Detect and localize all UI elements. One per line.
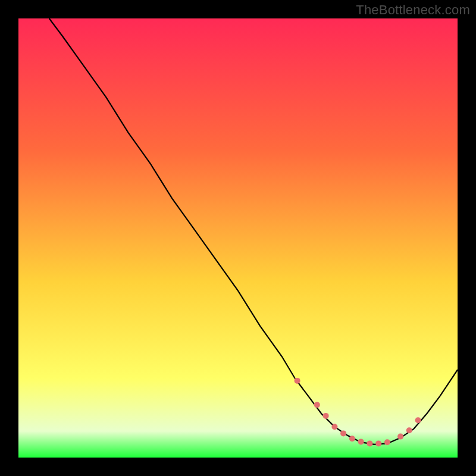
dot	[331, 424, 337, 430]
watermark-text: TheBottleneck.com	[356, 2, 470, 18]
dot	[314, 402, 320, 408]
dot	[358, 439, 364, 444]
chart-frame: TheBottleneck.com	[0, 0, 476, 476]
chart-svg	[18, 18, 458, 458]
dot	[295, 378, 300, 384]
dot	[367, 440, 372, 446]
dot	[415, 417, 421, 423]
dot	[384, 439, 390, 445]
dot	[406, 427, 412, 433]
gradient-background	[18, 18, 458, 458]
plot-area	[18, 18, 458, 458]
dot	[397, 434, 403, 440]
dot	[375, 440, 381, 446]
dot	[323, 413, 329, 419]
dot	[349, 436, 355, 441]
dot	[340, 430, 346, 436]
